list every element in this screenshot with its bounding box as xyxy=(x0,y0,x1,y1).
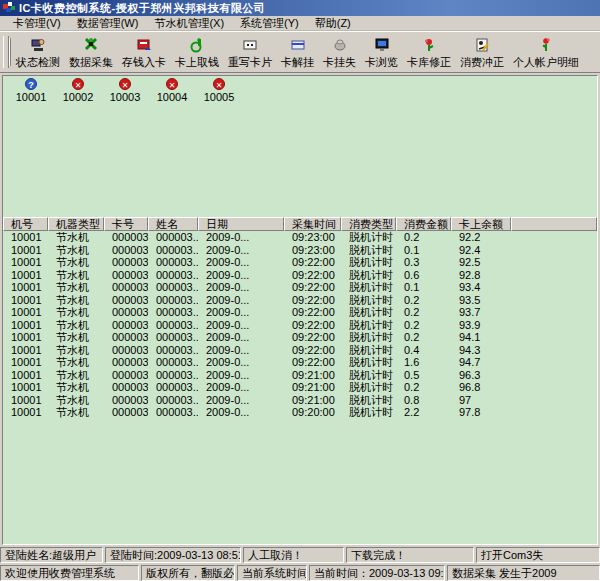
data-collect-button[interactable]: 数据采集 xyxy=(65,32,117,72)
status-download-done: 下载完成！ xyxy=(346,547,474,563)
cell-balance: 94.7 xyxy=(451,356,511,369)
toolbar-label: 卡上取钱 xyxy=(175,55,219,70)
menu-bar: 卡管理(V) 数据管理(W) 节水机管理(X) 系统管理(Y) 帮助(Z) xyxy=(0,16,600,31)
cell-machine-type: 节水机 xyxy=(48,231,104,244)
status-check-button[interactable]: 状态检测 xyxy=(12,32,64,72)
col-header-consume-type[interactable]: 消费类型 xyxy=(341,217,396,231)
machine-item-10005[interactable]: 10005 xyxy=(199,78,239,103)
machine-item-10002[interactable]: 10002 xyxy=(58,78,98,103)
table-row[interactable]: 10001 节水机 000003 000003... 2009-0... 09:… xyxy=(3,369,597,382)
table-row[interactable]: 10001 节水机 000003 000003... 2009-0... 09:… xyxy=(3,344,597,357)
col-header-balance[interactable]: 卡上余额 xyxy=(451,217,511,231)
card-db-fix-icon xyxy=(421,37,437,53)
cell-machine-type: 节水机 xyxy=(48,306,104,319)
toolbar-label: 卡浏览 xyxy=(365,55,398,70)
table-row[interactable]: 10001 节水机 000003 000003... 2009-0... 09:… xyxy=(3,231,597,244)
machine-item-10004[interactable]: 10004 xyxy=(152,78,192,103)
machine-online-icon xyxy=(25,78,37,90)
cell-machine-no: 10001 xyxy=(3,231,48,244)
cell-filler xyxy=(511,381,597,394)
reverse-transaction-button[interactable]: 消费冲正 xyxy=(456,32,508,72)
menu-card-management[interactable]: 卡管理(V) xyxy=(5,15,69,32)
machine-item-10001[interactable]: 10001 xyxy=(11,78,51,103)
toolbar-label: 卡挂失 xyxy=(323,55,356,70)
col-header-name[interactable]: 姓名 xyxy=(148,217,198,231)
menu-system-management[interactable]: 系统管理(Y) xyxy=(232,15,307,32)
cell-balance: 93.9 xyxy=(451,319,511,332)
cell-balance: 92.2 xyxy=(451,231,511,244)
machine-item-10003[interactable]: 10003 xyxy=(105,78,145,103)
withdraw-from-card-button[interactable]: 卡上取钱 xyxy=(171,32,223,72)
table-row[interactable]: 10001 节水机 000003 000003... 2009-0... 09:… xyxy=(3,406,597,419)
table-row[interactable]: 10001 节水机 000003 000003... 2009-0... 09:… xyxy=(3,319,597,332)
deposit-to-card-button[interactable]: 存钱入卡 xyxy=(118,32,170,72)
table-row[interactable]: 10001 节水机 000003 000003... 2009-0... 09:… xyxy=(3,294,597,307)
cell-filler xyxy=(511,319,597,332)
card-report-loss-button[interactable]: 卡挂失 xyxy=(319,32,360,72)
cell-balance: 92.8 xyxy=(451,269,511,282)
cell-date: 2009-0... xyxy=(198,244,284,257)
col-header-date[interactable]: 日期 xyxy=(198,217,284,231)
table-row[interactable]: 10001 节水机 000003 000003... 2009-0... 09:… xyxy=(3,256,597,269)
machine-id: 10003 xyxy=(110,91,141,103)
col-header-machine-no[interactable]: 机号 xyxy=(3,217,48,231)
table-row[interactable]: 10001 节水机 000003 000003... 2009-0... 09:… xyxy=(3,244,597,257)
cell-name: 000003... xyxy=(148,394,198,407)
cell-amount: 0.2 xyxy=(396,331,451,344)
card-db-fix-button[interactable]: 卡库修正 xyxy=(403,32,455,72)
table-row[interactable]: 10001 节水机 000003 000003... 2009-0... 09:… xyxy=(3,381,597,394)
rewrite-card-button[interactable]: 重写卡片 xyxy=(224,32,276,72)
cell-balance: 94.3 xyxy=(451,344,511,357)
cell-amount: 0.1 xyxy=(396,281,451,294)
cell-date: 2009-0... xyxy=(198,281,284,294)
cell-collect-time: 09:22:00 xyxy=(284,294,341,307)
cell-machine-type: 节水机 xyxy=(48,331,104,344)
machine-offline-icon xyxy=(213,78,225,90)
cell-filler xyxy=(511,306,597,319)
cell-consume-type: 脱机计时 xyxy=(341,369,396,382)
cell-amount: 0.3 xyxy=(396,256,451,269)
app-icon[interactable] xyxy=(3,2,15,14)
table-row[interactable]: 10001 节水机 000003 000003... 2009-0... 09:… xyxy=(3,306,597,319)
table-row[interactable]: 10001 节水机 000003 000003... 2009-0... 09:… xyxy=(3,269,597,282)
cell-collect-time: 09:23:00 xyxy=(284,244,341,257)
toolbar-label: 个人帐户明细 xyxy=(513,55,579,70)
cell-collect-time: 09:21:00 xyxy=(284,394,341,407)
cell-filler xyxy=(511,356,597,369)
table-row[interactable]: 10001 节水机 000003 000003... 2009-0... 09:… xyxy=(3,331,597,344)
cell-filler xyxy=(511,244,597,257)
cell-machine-no: 10001 xyxy=(3,406,48,419)
toolbar-gripper[interactable] xyxy=(3,36,9,68)
cell-machine-no: 10001 xyxy=(3,306,48,319)
card-browse-button[interactable]: 卡浏览 xyxy=(361,32,402,72)
col-header-machine-type[interactable]: 机器类型 xyxy=(48,217,104,231)
cell-name: 000003... xyxy=(148,281,198,294)
toolbar-label: 卡解挂 xyxy=(281,55,314,70)
cell-card-no: 000003 xyxy=(104,319,148,332)
withdraw-from-card-icon xyxy=(189,37,205,53)
col-header-card-no[interactable]: 卡号 xyxy=(104,217,148,231)
cell-machine-type: 节水机 xyxy=(48,356,104,369)
table-row[interactable]: 10001 节水机 000003 000003... 2009-0... 09:… xyxy=(3,394,597,407)
personal-account-detail-button[interactable]: 个人帐户明细 xyxy=(509,32,583,72)
cell-consume-type: 脱机计时 xyxy=(341,231,396,244)
cell-card-no: 000003 xyxy=(104,406,148,419)
col-header-collect-time[interactable]: 采集时间 xyxy=(284,217,341,231)
cell-name: 000003... xyxy=(148,356,198,369)
cell-filler xyxy=(511,344,597,357)
cell-amount: 0.2 xyxy=(396,306,451,319)
menu-help[interactable]: 帮助(Z) xyxy=(307,15,359,32)
card-report-loss-icon xyxy=(332,37,348,53)
col-header-amount[interactable]: 消费金额 xyxy=(396,217,451,231)
cell-machine-no: 10001 xyxy=(3,269,48,282)
cell-collect-time: 09:22:00 xyxy=(284,269,341,282)
menu-watersaver-management[interactable]: 节水机管理(X) xyxy=(146,15,232,32)
cell-name: 000003... xyxy=(148,269,198,282)
table-row[interactable]: 10001 节水机 000003 000003... 2009-0... 09:… xyxy=(3,281,597,294)
table-row[interactable]: 10001 节水机 000003 000003... 2009-0... 09:… xyxy=(3,356,597,369)
card-unfreeze-button[interactable]: 卡解挂 xyxy=(277,32,318,72)
cell-date: 2009-0... xyxy=(198,356,284,369)
menu-data-management[interactable]: 数据管理(W) xyxy=(69,15,147,32)
machine-offline-icon xyxy=(72,78,84,90)
cell-filler xyxy=(511,394,597,407)
